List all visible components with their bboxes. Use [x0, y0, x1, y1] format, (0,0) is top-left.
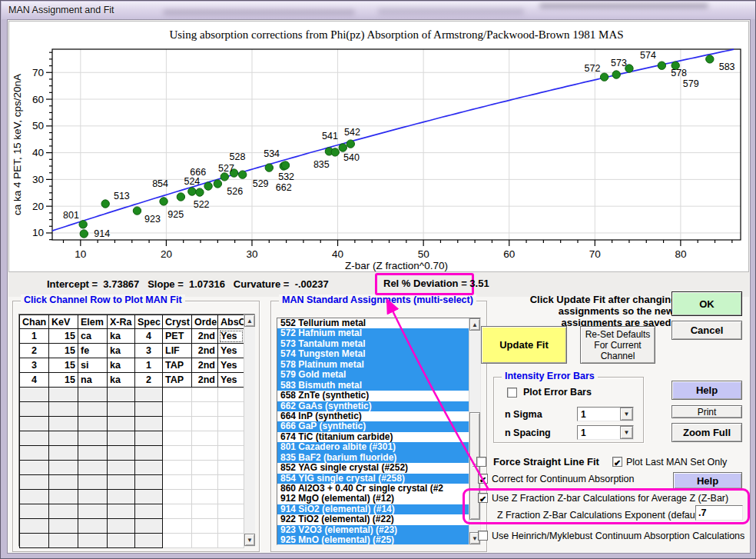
- plot-error-bars-checkbox[interactable]: [507, 388, 517, 398]
- table-cell[interactable]: 15: [49, 329, 78, 344]
- list-item[interactable]: 852 YAG single crystal (#252): [277, 463, 469, 473]
- force-straight-line-checkbox[interactable]: [476, 457, 486, 467]
- print-button[interactable]: Print: [671, 405, 742, 418]
- list-item[interactable]: 925 MnO (elemental) (#25): [277, 535, 469, 545]
- channel-table[interactable]: ChanKeVElemX-RaSpecCrystOrderAbsC115caka…: [18, 314, 255, 547]
- table-row-empty[interactable]: [20, 402, 244, 417]
- table-cell[interactable]: 2nd: [192, 373, 218, 388]
- help-button-2[interactable]: Help: [673, 472, 742, 489]
- list-item[interactable]: 835 BaF2 (barium fluoride): [277, 453, 469, 463]
- table-cell[interactable]: ka: [108, 358, 135, 373]
- table-cell[interactable]: 4: [20, 373, 49, 388]
- man-standards-listbox[interactable]: 552 Tellurium metal572 Hafnium metal573 …: [277, 318, 481, 545]
- list-item[interactable]: 572 Hafnium metal: [277, 328, 469, 338]
- data-point-527: [220, 173, 228, 181]
- table-cell[interactable]: Yes: [218, 329, 244, 344]
- table-cell[interactable]: Yes: [218, 344, 244, 358]
- list-item[interactable]: 574 Tungsten Metal: [277, 349, 469, 359]
- continuum-absorption-checkbox[interactable]: [478, 474, 488, 484]
- table-cell[interactable]: LIF: [163, 344, 192, 358]
- table-row-empty[interactable]: [20, 504, 244, 519]
- list-item[interactable]: 674 TiC (titanium carbide): [277, 432, 469, 442]
- cancel-button[interactable]: Cancel: [671, 321, 742, 340]
- channel-grid[interactable]: ChanKeVElemX-RaSpecCrystOrderAbsC115caka…: [19, 314, 244, 548]
- chevron-down-icon[interactable]: ▼: [620, 426, 633, 439]
- list-item[interactable]: 854 YIG single crystal (#258): [277, 474, 469, 484]
- title-bar[interactable]: MAN Assignment and Fit: [2, 2, 756, 19]
- table-row-empty[interactable]: [20, 490, 244, 504]
- heinrich-myklebust-checkbox[interactable]: [478, 531, 488, 541]
- svg-text:70: 70: [32, 67, 44, 78]
- table-row-empty[interactable]: [20, 519, 244, 534]
- table-cell[interactable]: PET: [163, 329, 192, 344]
- list-item[interactable]: 664 InP (synthetic): [277, 411, 469, 421]
- man-standards-items[interactable]: 552 Tellurium metal572 Hafnium metal573 …: [277, 318, 469, 545]
- channel-table-scrollbar[interactable]: ▲ ▼: [244, 314, 255, 546]
- table-row[interactable]: 215feka3LIF2ndYes: [20, 344, 244, 358]
- help-button[interactable]: Help: [671, 381, 742, 400]
- table-cell[interactable]: TAP: [163, 373, 192, 388]
- table-row-empty[interactable]: [20, 461, 244, 475]
- table-row[interactable]: 315sika1TAP2ndYes: [20, 358, 244, 373]
- table-cell[interactable]: ka: [108, 329, 135, 344]
- ok-button[interactable]: OK: [671, 291, 742, 316]
- table-cell[interactable]: Yes: [218, 373, 244, 388]
- table-cell[interactable]: 2nd: [192, 344, 218, 358]
- z-fraction-exponent-input[interactable]: [695, 505, 743, 521]
- update-fit-button[interactable]: Update Fit: [481, 326, 567, 364]
- table-cell[interactable]: 4: [135, 329, 163, 344]
- list-item[interactable]: 583 Bismuth metal: [277, 381, 469, 391]
- list-item[interactable]: 914 SiO2 (elemental) (#14): [277, 504, 469, 514]
- reset-defaults-button[interactable]: Re-Set Defaults For Current Channel: [580, 326, 655, 364]
- point-label-914: 914: [94, 228, 110, 239]
- table-cell[interactable]: ka: [108, 373, 135, 388]
- table-cell[interactable]: 15: [49, 344, 78, 358]
- table-cell[interactable]: Yes: [218, 358, 244, 373]
- list-item[interactable]: 552 Tellurium metal: [277, 318, 469, 328]
- scroll-down-button[interactable]: ▼: [244, 534, 255, 546]
- table-cell[interactable]: 15: [49, 358, 78, 373]
- table-cell[interactable]: 2nd: [192, 358, 218, 373]
- list-item[interactable]: 922 TiO2 (elemental) (#22): [277, 514, 469, 524]
- table-cell[interactable]: fe: [78, 344, 108, 358]
- n-spacing-combo[interactable]: 1 ▼: [577, 425, 634, 440]
- list-item[interactable]: 578 Platinum metal: [277, 360, 469, 370]
- list-item[interactable]: 860 Al2O3 + 0.40 Cr single crystal (#2: [277, 484, 469, 494]
- list-item[interactable]: 573 Tantalum metal: [277, 339, 469, 349]
- table-cell[interactable]: si: [78, 358, 108, 373]
- table-row[interactable]: 415naka2TAP2ndYes: [20, 373, 244, 388]
- table-cell[interactable]: na: [78, 373, 108, 388]
- table-row-empty[interactable]: [20, 534, 244, 548]
- table-row-empty[interactable]: [20, 388, 244, 402]
- list-item[interactable]: 801 Cazadero albite (#301): [277, 442, 469, 452]
- table-row-empty[interactable]: [20, 446, 244, 461]
- list-item[interactable]: 912 MgO (elemental) (#12): [277, 494, 469, 504]
- table-row-empty[interactable]: [20, 431, 244, 446]
- table-cell[interactable]: 3: [20, 358, 49, 373]
- table-cell[interactable]: TAP: [163, 358, 192, 373]
- plot-last-man-set-checkbox[interactable]: [612, 457, 622, 467]
- chevron-down-icon[interactable]: ▼: [620, 408, 633, 421]
- use-z-fraction-checkbox[interactable]: [478, 493, 488, 503]
- table-cell[interactable]: 3: [135, 344, 163, 358]
- list-item[interactable]: 579 Gold metal: [277, 370, 469, 380]
- list-item[interactable]: 923 V2O3 (elemental) (#23): [277, 525, 469, 535]
- table-cell[interactable]: 1: [20, 329, 49, 344]
- table-cell[interactable]: 1: [135, 358, 163, 373]
- table-cell[interactable]: ka: [108, 344, 135, 358]
- table-row[interactable]: 115caka4PET2ndYes: [20, 329, 244, 344]
- scroll-up-button[interactable]: ▲: [244, 314, 255, 327]
- zoom-full-button[interactable]: Zoom Full: [671, 423, 742, 442]
- table-cell[interactable]: 2: [135, 373, 163, 388]
- scroll-up-button[interactable]: ▲: [469, 318, 480, 331]
- list-item[interactable]: 658 ZnTe (synthetic): [277, 391, 469, 401]
- table-cell[interactable]: ca: [78, 329, 108, 344]
- table-cell[interactable]: 2nd: [192, 329, 218, 344]
- table-cell[interactable]: 15: [49, 373, 78, 388]
- table-row-empty[interactable]: [20, 417, 244, 431]
- n-sigma-combo[interactable]: 1 ▼: [577, 407, 634, 421]
- list-item[interactable]: 666 GaP (synthetic): [277, 421, 469, 431]
- table-row-empty[interactable]: [20, 475, 244, 490]
- list-item[interactable]: 662 GaAs (synthetic): [277, 401, 469, 411]
- table-cell[interactable]: 2: [20, 344, 49, 358]
